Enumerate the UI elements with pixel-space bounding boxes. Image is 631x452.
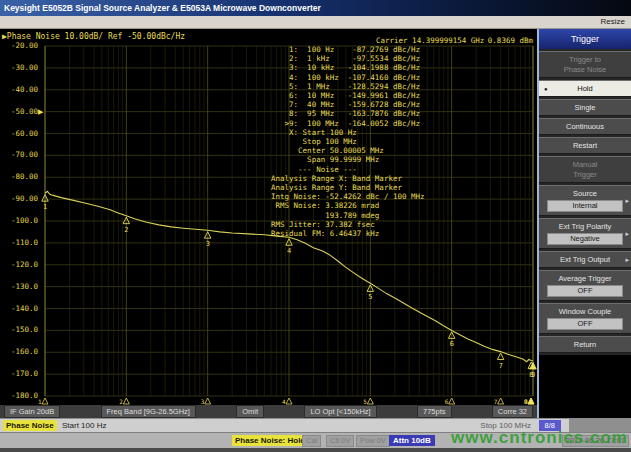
status-segment-corre-32: Corre 32 (492, 405, 533, 418)
softkey-source[interactable]: SourceInternal▸ (539, 185, 631, 216)
pow-voltage-indicator: Pow 0V (356, 435, 390, 447)
marker-2-label: 2 (124, 226, 128, 234)
selected-bullet-icon: ● (544, 86, 548, 92)
marker-1-label: 1 (43, 203, 47, 211)
softkey-label: Average Trigger (541, 274, 629, 283)
readout-line: 3: 10 kHz -104.1988 dBc/Hz (271, 63, 425, 72)
submenu-arrow-icon: ▸ (625, 230, 629, 238)
softkey-label: Restart (541, 141, 629, 150)
readout-line: Center 50.00005 MHz (271, 146, 425, 155)
reference-level-arrow-icon: ▶ (38, 108, 43, 116)
status-segment-775pts: 775pts (417, 405, 452, 418)
marker-3-label: 3 (206, 240, 210, 248)
y-tick--100.0: -100.0 (0, 217, 38, 225)
readout-line: 1: 100 Hz -87.2769 dBc/Hz (271, 45, 425, 54)
marker-readout-block: 1: 100 Hz -87.2769 dBc/Hz 2: 1 kHz -97.5… (271, 45, 425, 238)
softkey-label: Ext Trig Output (541, 255, 629, 264)
softkey-label: Hold (541, 84, 629, 93)
softkey-return[interactable]: Return (539, 336, 631, 353)
readout-line: Analysis Range X: Band Marker (271, 174, 425, 183)
softkey-hold[interactable]: ●Hold (539, 80, 631, 97)
y-tick--180.0: -180.0 (0, 392, 38, 400)
menu-filler (539, 355, 631, 418)
softkey-label-2: Trigger (541, 170, 629, 179)
marker-9-axis-number: 9 (524, 398, 528, 405)
readout-line: 193.789 mdeg (271, 211, 425, 220)
marker-9-label: 9 (531, 371, 535, 379)
y-tick--30.00: -30.00 (0, 64, 38, 72)
readout-line: Residual FM: 6.46437 kHz (271, 229, 425, 238)
readout-line: 5: 1 MHz -128.5294 dBc/Hz (271, 82, 425, 91)
main-area: ▶Phase Noise 10.00dB/ Ref -50.00dBc/Hz C… (0, 29, 631, 418)
app-window: Keysight E5052B Signal Source Analyzer &… (0, 0, 631, 452)
marker-6-axis-indicator (449, 398, 455, 404)
window-title: Keysight E5052B Signal Source Analyzer &… (0, 0, 631, 16)
marker-4-axis-number: 4 (282, 398, 286, 405)
softkey-label: Source (541, 189, 629, 198)
softkey-label: Single (541, 103, 629, 112)
bottom-strip (0, 448, 631, 452)
measurement-status-bar: IF Gain 20dBFreq Band [9G-26.5GHz]OmitLO… (0, 405, 537, 418)
menu-items: Trigger toPhase Noise●HoldSingleContinuo… (539, 51, 631, 355)
attenuator-badge: Attn 10dB (389, 435, 435, 446)
measurement-state-badge: Phase Noise: Hold (232, 435, 308, 446)
y-tick--120.0: -120.0 (0, 261, 38, 269)
readout-line: RMS Jitter: 37.382 fsec (271, 220, 425, 229)
y-tick--90.00: -90.00 (0, 195, 38, 203)
softkey-label: Continuous (541, 122, 629, 131)
readout-line: >9: 100 MHz -164.0052 dBc/Hz (271, 119, 425, 128)
cal-indicator: Cal (302, 435, 321, 447)
marker-1-axis-indicator (42, 398, 48, 404)
readout-line: Intg Noise: -52.4262 dBc / 100 MHz (271, 192, 425, 201)
softkey-window-couple[interactable]: Window CoupleOFF (539, 303, 631, 334)
marker-4-axis-indicator (286, 398, 292, 404)
y-tick--70.00: -70.00 (0, 151, 38, 159)
marker-6-axis-number: 6 (445, 398, 449, 405)
softkey-value: OFF (547, 285, 623, 297)
readout-line: 4: 100 kHz -107.4160 dBc/Hz (271, 73, 425, 82)
softkey-label: Return (541, 340, 629, 349)
softkey-label: Ext Trig Polarity (541, 222, 629, 231)
softkey-value: Negative (547, 233, 623, 245)
submenu-arrow-icon: ▸ (625, 197, 629, 205)
readout-line: Span 99.9999 MHz (271, 155, 425, 164)
softkey-average-trigger[interactable]: Average TriggerOFF (539, 270, 631, 301)
readout-line: 7: 40 MHz -159.6728 dBc/Hz (271, 100, 425, 109)
marker-5-axis-indicator (367, 398, 373, 404)
softkey-single[interactable]: Single (539, 99, 631, 116)
softkey-continuous[interactable]: Continuous (539, 118, 631, 135)
phase-noise-tab[interactable]: Phase Noise (3, 420, 57, 431)
start-frequency-label: Start 100 Hz (62, 420, 106, 432)
softkey-restart[interactable]: Restart (539, 137, 631, 154)
readout-line: --- Noise --- (271, 165, 425, 174)
marker-3-axis-indicator (205, 398, 211, 404)
y-tick--20.00: -20.00 (0, 42, 38, 50)
resize-button[interactable]: Resize (0, 16, 631, 29)
y-tick--80.00: -80.00 (0, 173, 38, 181)
softkey-trigger-to: Trigger toPhase Noise (539, 51, 631, 78)
softkey-label: Trigger to (541, 55, 629, 64)
marker-7-axis-number: 7 (494, 398, 498, 405)
softkey-ext-trig-polarity[interactable]: Ext Trig PolarityNegative▸ (539, 218, 631, 249)
y-tick--150.0: -150.0 (0, 326, 38, 334)
softkey-label-2: Phase Noise (541, 65, 629, 74)
status-segment-omit: Omit (236, 405, 264, 418)
softkey-value: OFF (547, 318, 623, 330)
marker-1-axis-number: 1 (38, 398, 42, 405)
softkey-value: Internal (547, 200, 623, 212)
plot-canvas: 112233445566778899 (0, 44, 537, 405)
softkey-label: Manual (541, 160, 629, 169)
status-segment-lo-opt-150khz-: LO Opt [<150kHz] (304, 405, 376, 418)
menu-header-trigger: Trigger (539, 29, 631, 49)
y-tick--140.0: -140.0 (0, 305, 38, 313)
watermark: www.cntronics.com (451, 428, 628, 448)
y-tick--130.0: -130.0 (0, 283, 38, 291)
y-tick--40.00: -40.00 (0, 86, 38, 94)
readout-line: 8: 95 MHz -163.7876 dBc/Hz (271, 109, 425, 118)
phase-noise-graph: Carrier 14.399999154 GHz 0.8369 dBm 1122… (0, 44, 537, 405)
status-segment-if-gain-20db: IF Gain 20dB (4, 405, 60, 418)
softkey-ext-trig-output[interactable]: Ext Trig Output▸ (539, 251, 631, 268)
y-tick--110.0: -110.0 (0, 239, 38, 247)
status-segment-freq-band-9g-26-5ghz-: Freq Band [9G-26.5GHz] (101, 405, 196, 418)
softkey-manual: ManualTrigger (539, 156, 631, 183)
